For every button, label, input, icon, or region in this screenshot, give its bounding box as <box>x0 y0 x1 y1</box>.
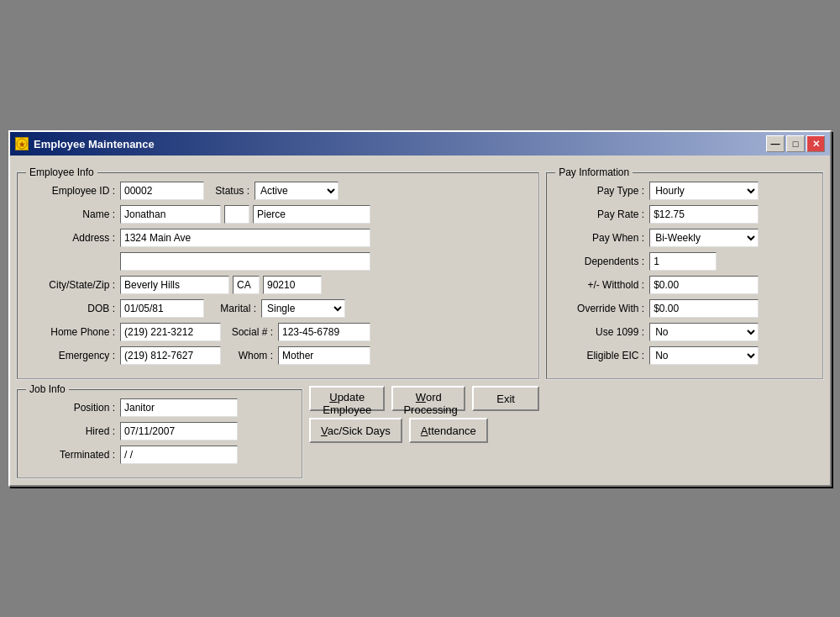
status-label: Status : <box>204 185 255 197</box>
pay-rate-input[interactable] <box>649 205 759 224</box>
emergency-input[interactable] <box>120 346 221 365</box>
status-select[interactable]: Active Inactive Terminated <box>255 182 339 200</box>
home-phone-input[interactable] <box>120 323 221 341</box>
marital-label: Marital : <box>204 303 261 314</box>
app-icon: ★ <box>15 137 29 150</box>
emergency-whom-row: Emergency : Whom : <box>28 346 528 365</box>
attendance-label: Attendance <box>421 425 476 437</box>
override-input[interactable] <box>649 299 759 318</box>
pay-type-row: Pay Type : Hourly Salary Commission <box>557 182 812 200</box>
dob-label: DOB : <box>28 303 120 314</box>
employee-info-section: Employee Info Employee ID : Status : Act… <box>17 172 539 379</box>
address2-input[interactable] <box>120 252 370 271</box>
title-bar-left: ★ Employee Maintenance <box>15 137 155 150</box>
pay-rate-row: Pay Rate : <box>557 205 812 224</box>
employee-id-input[interactable] <box>120 182 204 200</box>
pay-when-label: Pay When : <box>557 232 649 244</box>
witthold-input[interactable] <box>649 276 759 294</box>
social-label: Social # : <box>221 326 278 338</box>
emergency-label: Emergency : <box>28 350 120 361</box>
city-state-zip-row: City/State/Zip : <box>28 276 528 294</box>
eligible-eic-label: Eligible EIC : <box>557 350 649 361</box>
word-processing-button[interactable]: Word Processing <box>391 386 465 411</box>
name-label: Name : <box>28 208 120 220</box>
title-bar: ★ Employee Maintenance — □ ✕ <box>10 132 830 156</box>
svg-text:★: ★ <box>18 140 26 149</box>
window-title: Employee Maintenance <box>34 138 155 150</box>
terminated-input[interactable] <box>120 446 238 464</box>
btn-row-2: Vac/Sick Days Attendance <box>309 418 539 443</box>
dependents-row: Dependents : <box>557 252 812 271</box>
employee-id-label: Employee ID : <box>28 185 120 197</box>
main-window: ★ Employee Maintenance — □ ✕ Employee In… <box>8 130 832 487</box>
use-1099-label: Use 1099 : <box>557 326 649 338</box>
pay-when-select[interactable]: Bi-Weekly Weekly Monthly <box>649 229 759 247</box>
dob-marital-row: DOB : Marital : Single Married Divorced <box>28 299 528 318</box>
city-input[interactable] <box>120 276 229 294</box>
exit-button[interactable]: Exit <box>472 386 539 411</box>
minimize-button[interactable]: — <box>766 135 785 152</box>
main-layout: Employee Info Employee ID : Status : Act… <box>17 162 823 478</box>
eligible-eic-row: Eligible EIC : No Yes <box>557 346 812 365</box>
maximize-button[interactable]: □ <box>786 135 805 152</box>
whom-label: Whom : <box>221 350 278 361</box>
city-state-zip-label: City/State/Zip : <box>28 279 120 291</box>
whom-input[interactable] <box>278 346 370 365</box>
name-row: Name : <box>28 205 528 224</box>
close-button[interactable]: ✕ <box>806 135 825 152</box>
position-row: Position : <box>28 398 291 417</box>
window-body: Employee Info Employee ID : Status : Act… <box>10 156 830 485</box>
dependents-label: Dependents : <box>557 256 649 267</box>
employee-info-label: Employee Info <box>26 166 97 178</box>
pay-type-select[interactable]: Hourly Salary Commission <box>649 182 759 200</box>
job-info-label: Job Info <box>26 383 69 395</box>
eligible-eic-select[interactable]: No Yes <box>649 346 759 365</box>
vac-sick-days-button[interactable]: Vac/Sick Days <box>309 418 402 443</box>
hired-row: Hired : <box>28 422 291 440</box>
vac-sick-days-label: Vac/Sick Days <box>321 425 391 437</box>
position-label: Position : <box>28 402 120 414</box>
dob-input[interactable] <box>120 299 204 318</box>
pay-type-label: Pay Type : <box>557 185 649 197</box>
state-input[interactable] <box>233 276 260 294</box>
left-panel: Employee Info Employee ID : Status : Act… <box>17 162 539 478</box>
zip-input[interactable] <box>263 276 322 294</box>
attendance-button[interactable]: Attendance <box>409 418 488 443</box>
witthold-row: +/- Witthold : <box>557 276 812 294</box>
exit-label: Exit <box>496 393 515 405</box>
pay-when-row: Pay When : Bi-Weekly Weekly Monthly <box>557 229 812 247</box>
middle-initial-input[interactable] <box>224 205 249 224</box>
marital-select[interactable]: Single Married Divorced <box>261 299 345 318</box>
pay-info-label: Pay Information <box>555 166 633 178</box>
address2-row <box>28 252 528 271</box>
position-input[interactable] <box>120 398 238 417</box>
use-1099-row: Use 1099 : No Yes <box>557 323 812 341</box>
dependents-input[interactable] <box>649 252 717 271</box>
address1-input[interactable] <box>120 229 370 247</box>
phone-social-row: Home Phone : Social # : <box>28 323 528 341</box>
employee-id-row: Employee ID : Status : Active Inactive T… <box>28 182 528 200</box>
job-info-section: Job Info Position : Hired : Terminated : <box>17 389 302 478</box>
last-name-input[interactable] <box>253 205 370 224</box>
terminated-row: Terminated : <box>28 446 291 464</box>
update-employee-label: Update Employee <box>323 391 371 416</box>
address-label: Address : <box>28 232 120 244</box>
pay-rate-label: Pay Rate : <box>557 208 649 220</box>
override-label: Override With : <box>557 303 649 314</box>
terminated-label: Terminated : <box>28 449 120 461</box>
right-panel: Pay Information Pay Type : Hourly Salary… <box>546 162 823 478</box>
bottom-section: Job Info Position : Hired : Terminated : <box>17 379 539 478</box>
use-1099-select[interactable]: No Yes <box>649 323 759 341</box>
first-name-input[interactable] <box>120 205 221 224</box>
witthold-label: +/- Witthold : <box>557 279 649 291</box>
hired-input[interactable] <box>120 422 238 440</box>
title-buttons: — □ ✕ <box>766 135 825 152</box>
social-input[interactable] <box>278 323 370 341</box>
update-employee-button[interactable]: Update Employee <box>309 386 385 411</box>
override-row: Override With : <box>557 299 812 318</box>
btn-row-1: Update Employee Word Processing Exit <box>309 386 539 411</box>
home-phone-label: Home Phone : <box>28 326 120 338</box>
address1-row: Address : <box>28 229 528 247</box>
hired-label: Hired : <box>28 425 120 437</box>
word-processing-label: Word Processing <box>403 391 457 416</box>
